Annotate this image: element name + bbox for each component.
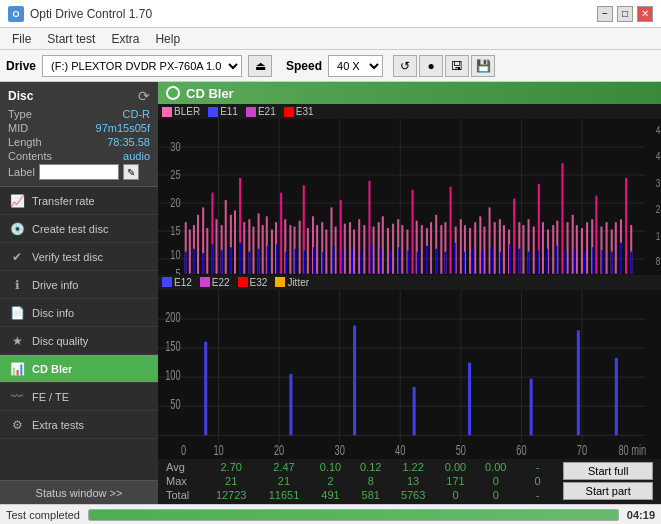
svg-rect-206 <box>289 373 292 434</box>
title-bar: O Opti Drive Control 1.70 − □ ✕ <box>0 0 661 28</box>
record-button[interactable]: ● <box>419 55 443 77</box>
svg-rect-147 <box>342 250 344 274</box>
svg-rect-36 <box>189 230 191 274</box>
progress-bar-fill <box>89 510 618 520</box>
svg-text:32X: 32X <box>656 176 661 189</box>
svg-rect-77 <box>378 222 380 274</box>
e11-label: E11 <box>220 106 238 117</box>
svg-rect-131 <box>193 249 195 274</box>
svg-rect-137 <box>248 252 250 274</box>
svg-rect-105 <box>513 199 515 274</box>
svg-rect-171 <box>565 252 567 274</box>
verify-disc-icon: ✔ <box>10 250 24 264</box>
svg-rect-161 <box>472 249 474 274</box>
status-window-button[interactable]: Status window >> <box>0 480 158 504</box>
menu-help[interactable]: Help <box>147 30 188 48</box>
status-time: 04:19 <box>627 509 655 521</box>
start-full-button[interactable]: Start full <box>563 462 653 480</box>
avg-e22: 0.00 <box>435 460 475 474</box>
sidebar-item-fe-te[interactable]: 〰 FE / TE <box>0 383 158 411</box>
svg-rect-42 <box>215 219 217 274</box>
menu-start-test[interactable]: Start test <box>39 30 103 48</box>
svg-text:20: 20 <box>274 441 284 458</box>
disc-refresh-icon[interactable]: ⟳ <box>138 88 150 104</box>
svg-text:15: 15 <box>170 224 180 238</box>
avg-e32: 0.00 <box>476 460 516 474</box>
drive-select[interactable]: (F:) PLEXTOR DVDR PX-760A 1.07 <box>42 55 242 77</box>
menu-file[interactable]: File <box>4 30 39 48</box>
disc-length-label: Length <box>8 136 42 148</box>
svg-rect-149 <box>360 252 362 274</box>
menu-extra[interactable]: Extra <box>103 30 147 48</box>
legend-e12: E12 <box>162 277 192 288</box>
jitter-label: Jitter <box>287 277 309 288</box>
svg-rect-136 <box>239 243 241 274</box>
svg-rect-117 <box>572 215 574 274</box>
sidebar-item-disc-info[interactable]: 📄 Disc info <box>0 299 158 327</box>
eject-button[interactable]: ⏏ <box>248 55 272 77</box>
svg-rect-150 <box>370 244 372 273</box>
status-text: Test completed <box>6 509 80 521</box>
save-button[interactable]: 💾 <box>471 55 495 77</box>
svg-rect-134 <box>221 250 223 274</box>
svg-rect-205 <box>204 341 207 435</box>
svg-rect-72 <box>353 230 355 274</box>
jitter-color <box>275 277 285 287</box>
speed-label: Speed <box>286 59 322 73</box>
svg-rect-126 <box>615 222 617 274</box>
close-button[interactable]: ✕ <box>637 6 653 22</box>
e22-label: E22 <box>212 277 230 288</box>
max-e21: 2 <box>310 474 350 488</box>
svg-rect-148 <box>351 249 353 274</box>
svg-rect-74 <box>363 225 365 274</box>
chart-top: BLER E11 E21 E31 <box>158 104 661 275</box>
start-part-button[interactable]: Start part <box>563 482 653 500</box>
svg-rect-173 <box>583 252 585 274</box>
svg-text:50: 50 <box>456 441 466 458</box>
disc-label-save-button[interactable]: ✎ <box>123 164 139 180</box>
sidebar-item-verify-test-disc[interactable]: ✔ Verify test disc <box>0 243 158 271</box>
chart-header-icon <box>166 86 180 100</box>
sidebar-item-disc-quality[interactable]: ★ Disc quality <box>0 327 158 355</box>
svg-text:48X: 48X <box>656 123 661 136</box>
svg-rect-75 <box>368 181 370 274</box>
svg-rect-109 <box>533 227 535 274</box>
svg-rect-155 <box>417 252 419 274</box>
cd-bler-icon: 📊 <box>10 362 24 376</box>
sidebar-item-drive-info[interactable]: ℹ Drive info <box>0 271 158 299</box>
total-bler: 12723 <box>205 488 258 502</box>
disc-label-input[interactable] <box>39 164 119 180</box>
stats-row-avg: Avg 2.70 2.47 0.10 0.12 1.22 0.00 0.00 -… <box>162 460 657 474</box>
disc-title: Disc <box>8 89 33 103</box>
svg-rect-167 <box>528 252 530 274</box>
sidebar-item-cd-bler[interactable]: 📊 CD Bler <box>0 355 158 383</box>
svg-rect-143 <box>304 250 306 274</box>
svg-rect-157 <box>435 249 437 274</box>
svg-rect-113 <box>552 225 554 274</box>
svg-rect-163 <box>491 247 493 274</box>
speed-select[interactable]: 40 X <box>328 55 383 77</box>
svg-rect-58 <box>289 225 291 274</box>
minimize-button[interactable]: − <box>597 6 613 22</box>
status-window-label: Status window >> <box>36 487 123 499</box>
svg-rect-82 <box>401 225 403 274</box>
svg-text:200: 200 <box>165 309 181 326</box>
max-e12: 13 <box>391 474 435 488</box>
e21-label: E21 <box>258 106 276 117</box>
sidebar-item-label: Verify test disc <box>32 251 103 263</box>
app-icon: O <box>8 6 24 22</box>
bler-label: BLER <box>174 106 200 117</box>
drive-label: Drive <box>6 59 36 73</box>
svg-rect-164 <box>500 252 502 274</box>
total-jitter: - <box>516 488 560 502</box>
svg-rect-160 <box>463 252 465 274</box>
refresh-button[interactable]: ↺ <box>393 55 417 77</box>
e31-color <box>284 107 294 117</box>
open-button[interactable]: 🖫 <box>445 55 469 77</box>
sidebar-item-transfer-rate[interactable]: 📈 Transfer rate <box>0 187 158 215</box>
sidebar-item-extra-tests[interactable]: ⚙ Extra tests <box>0 411 158 439</box>
svg-rect-97 <box>474 222 476 274</box>
maximize-button[interactable]: □ <box>617 6 633 22</box>
svg-rect-166 <box>518 249 520 274</box>
sidebar-item-create-test-disc[interactable]: 💿 Create test disc <box>0 215 158 243</box>
